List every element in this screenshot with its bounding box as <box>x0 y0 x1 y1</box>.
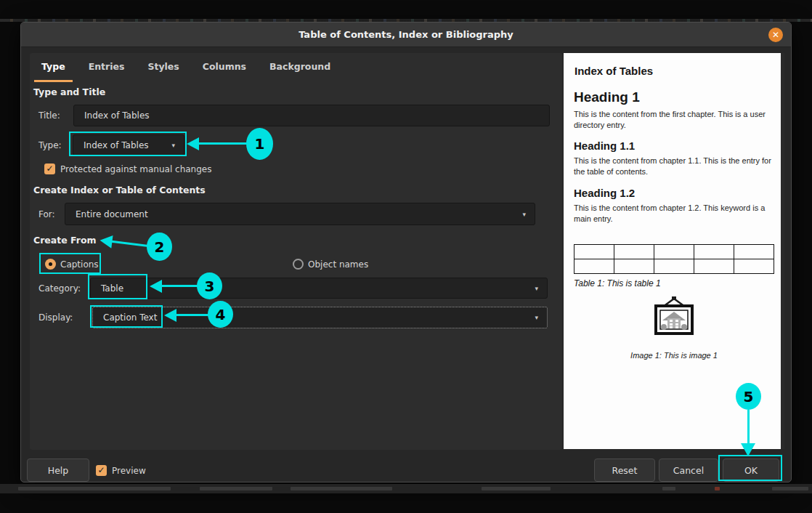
annotation-number-5: 5 <box>736 383 761 410</box>
arrow-icon <box>150 280 162 293</box>
category-label: Category: <box>38 283 81 294</box>
close-icon[interactable]: ✕ <box>768 28 783 42</box>
preview-table-caption: Table 1: This is table 1 <box>574 278 777 288</box>
toc-index-bibliography-dialog: Table of Contents, Index or Bibliography… <box>20 22 792 482</box>
table-row <box>575 259 774 274</box>
arrow-line <box>161 285 198 287</box>
ok-button[interactable]: OK <box>723 459 779 482</box>
arrow-line <box>198 142 248 145</box>
title-field-wrap <box>73 105 550 126</box>
chevron-down-icon: ▾ <box>522 211 526 218</box>
arrow-line <box>747 410 750 443</box>
preview-paragraph: This is the content from the first chapt… <box>574 109 774 130</box>
type-dropdown[interactable]: Index of Tables ▾ <box>73 134 184 155</box>
dimmed-background-statusbar <box>0 484 812 493</box>
preview-heading-1-1: Heading 1.1 <box>574 140 777 152</box>
preview-table-cell <box>694 245 734 259</box>
preview-table-cell <box>654 245 694 259</box>
object-names-radio-label: Object names <box>308 259 368 270</box>
status-text-smudge <box>482 487 551 490</box>
tab-styles[interactable]: Styles <box>140 53 186 82</box>
preview-paragraph: This is the content from chapter 1.1. Th… <box>574 155 774 177</box>
annotation-number-4: 4 <box>208 301 233 328</box>
tab-background[interactable]: Background <box>262 53 338 82</box>
preview-table-cell <box>575 259 614 274</box>
status-text-smudge <box>200 487 272 490</box>
section-heading-create-index: Create Index or Table of Contents <box>33 185 206 195</box>
preview-table-cell <box>694 259 734 274</box>
preview-image-caption: Image 1: This is image 1 <box>574 351 774 360</box>
section-heading-create-from: Create From <box>33 235 97 246</box>
reset-button[interactable]: Reset <box>594 459 655 482</box>
preview-index-title: Index of Tables <box>575 65 777 77</box>
desktop-backdrop: Table of Contents, Index or Bibliography… <box>0 0 812 513</box>
help-button[interactable]: Help <box>27 459 89 482</box>
tab-type[interactable]: Type <box>34 53 73 82</box>
status-text-smudge <box>715 487 720 490</box>
preview-paragraph: This is the content from chapter 1.2. Th… <box>574 203 774 224</box>
status-text-smudge <box>662 487 675 490</box>
dialog-title: Table of Contents, Index or Bibliography <box>299 29 513 40</box>
picture-frame-icon <box>574 296 774 342</box>
annotation-number-3: 3 <box>197 272 222 299</box>
title-label: Title: <box>38 110 60 121</box>
protected-checkbox[interactable]: ✓ <box>44 163 55 174</box>
status-text-smudge <box>291 487 392 490</box>
arrow-icon <box>164 309 176 322</box>
preview-table-cell <box>654 259 694 274</box>
display-label: Display: <box>38 312 73 323</box>
for-label: For: <box>38 209 55 219</box>
status-text-smudge <box>18 487 171 490</box>
preview-checkbox[interactable]: ✓ <box>96 465 107 476</box>
annotation-number-1: 1 <box>246 128 273 160</box>
section-heading-type-and-title: Type and Title <box>33 86 105 97</box>
type-tab-page: Type Entries Styles Columns Background T… <box>30 53 562 450</box>
arrow-icon <box>741 443 755 456</box>
display-dropdown-value: Caption Text <box>103 312 157 323</box>
chevron-down-icon: ▾ <box>535 314 538 321</box>
type-dropdown-value: Index of Tables <box>84 140 149 150</box>
captions-radio[interactable] <box>45 259 56 270</box>
preview-table-cell <box>734 245 774 259</box>
status-text-smudge <box>772 487 808 490</box>
chevron-down-icon: ▾ <box>171 142 175 149</box>
preview-table-cell <box>614 259 654 274</box>
display-dropdown[interactable]: Caption Text ▾ <box>92 307 548 328</box>
dialog-titlebar: Table of Contents, Index or Bibliography… <box>21 23 791 47</box>
object-names-radio[interactable] <box>293 259 304 270</box>
category-dropdown-value: Table <box>101 283 123 294</box>
preview-table <box>574 244 774 274</box>
title-input[interactable] <box>74 110 549 121</box>
tab-columns[interactable]: Columns <box>195 53 253 82</box>
preview-table-cell <box>614 245 654 259</box>
captions-radio-label: Captions <box>60 259 99 270</box>
table-row <box>575 245 774 259</box>
preview-heading-1-2: Heading 1.2 <box>574 187 777 199</box>
protected-checkbox-label: Protected against manual changes <box>60 164 211 174</box>
type-label: Type: <box>38 140 62 150</box>
arrow-line <box>176 314 208 316</box>
dialog-tabs: Type Entries Styles Columns Background <box>34 53 338 82</box>
tab-entries[interactable]: Entries <box>81 53 132 82</box>
preview-heading-1: Heading 1 <box>574 89 777 105</box>
preview-checkbox-label: Preview <box>112 466 146 476</box>
cancel-button[interactable]: Cancel <box>659 459 718 482</box>
for-dropdown[interactable]: Entire document ▾ <box>65 203 535 225</box>
annotation-number-2: 2 <box>147 233 172 261</box>
preview-table-cell <box>734 259 774 274</box>
chevron-down-icon: ▾ <box>535 285 538 292</box>
for-dropdown-value: Entire document <box>76 209 148 219</box>
arrow-icon <box>187 137 199 150</box>
preview-table-cell <box>575 245 614 259</box>
